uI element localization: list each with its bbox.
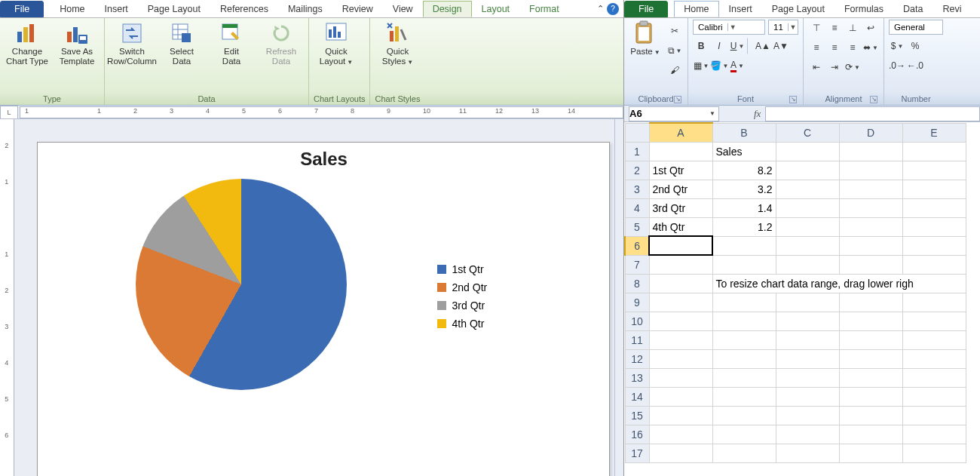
row-header[interactable]: 17 [625,444,649,462]
percent-format-button[interactable]: % [907,38,923,54]
cell[interactable] [649,425,712,444]
horizontal-ruler[interactable]: 11234567891011121314 [20,106,623,118]
row-header[interactable]: 12 [625,349,649,368]
tab-references[interactable]: References [210,1,278,17]
wrap-text-button[interactable]: ↩ [862,20,879,36]
cell[interactable] [902,406,966,425]
cell[interactable] [776,236,839,255]
cell[interactable] [776,387,839,406]
borders-button[interactable]: ▦▼ [693,57,709,74]
row-header[interactable]: 16 [625,425,649,444]
legend-item[interactable]: 2nd Qtr [437,281,488,293]
row-header[interactable]: 15 [625,406,649,425]
row-header[interactable]: 6 [625,236,649,255]
tab-home[interactable]: Home [50,1,94,17]
shrink-font-button[interactable]: A▼ [773,38,789,54]
cell[interactable] [712,312,776,330]
cell[interactable] [776,312,839,330]
tab-insert[interactable]: Insert [719,1,762,17]
cell[interactable] [839,161,902,180]
cell[interactable] [839,425,902,444]
cell[interactable] [649,293,712,312]
row-header[interactable]: 13 [625,368,649,387]
row-header[interactable]: 4 [625,198,649,217]
tab-design[interactable]: Design [423,1,472,17]
cell[interactable] [712,444,776,462]
cell[interactable] [712,236,776,255]
cell[interactable]: 8.2 [712,161,776,180]
fill-color-button[interactable]: 🪣▼ [711,57,727,74]
cell[interactable] [776,330,839,349]
cell[interactable] [902,198,966,217]
select-data-button[interactable]: Select Data [159,20,204,66]
merge-center-button[interactable]: ⬌▼ [862,39,879,56]
col-header-B[interactable]: B [712,123,776,142]
tab-data[interactable]: Data [893,1,933,17]
row-header[interactable]: 9 [625,293,649,312]
copy-button[interactable]: ⧉▼ [666,42,683,59]
cell[interactable] [776,349,839,368]
grow-font-button[interactable]: A▲ [755,38,771,54]
cell[interactable] [712,387,776,406]
cell[interactable]: 2nd Qtr [649,180,712,198]
cell[interactable] [649,312,712,330]
cell[interactable]: 1.4 [712,198,776,217]
cell[interactable] [839,217,902,236]
cell[interactable] [839,142,902,161]
cell[interactable] [649,387,712,406]
row-header[interactable]: 10 [625,312,649,330]
tab-insert[interactable]: Insert [95,1,138,17]
cell[interactable] [776,406,839,425]
cell[interactable] [776,444,839,462]
cell[interactable] [839,293,902,312]
italic-button[interactable]: I [711,38,727,54]
cell[interactable] [712,255,776,274]
formula-bar-input[interactable] [765,106,980,121]
cell[interactable] [902,217,966,236]
select-all-corner[interactable] [625,123,649,142]
cell[interactable] [776,255,839,274]
refresh-data-button[interactable]: Refresh Data [259,20,304,66]
tab-file[interactable]: File [0,1,44,17]
cell[interactable] [839,387,902,406]
vertical-scrollbar[interactable] [614,119,623,476]
row-header[interactable]: 14 [625,387,649,406]
cell[interactable] [649,349,712,368]
cell[interactable] [902,180,966,198]
align-bottom-button[interactable]: ⊥ [844,20,861,36]
decrease-decimal-button[interactable]: ←.0 [907,57,923,74]
cell[interactable]: To resize chart data range, drag lower r… [712,274,966,293]
tab-page-layout[interactable]: Page Layout [762,1,835,17]
cell[interactable]: 3rd Qtr [649,198,712,217]
tab-formulas[interactable]: Formulas [835,1,893,17]
align-top-button[interactable]: ⊤ [808,20,825,36]
pie-chart[interactable] [136,179,347,390]
cell[interactable] [776,368,839,387]
col-header-D[interactable]: D [839,123,902,142]
cell[interactable]: 1.2 [712,217,776,236]
cell[interactable] [902,330,966,349]
legend-item[interactable]: 1st Qtr [437,263,488,275]
cell[interactable] [712,293,776,312]
row-header[interactable]: 7 [625,255,649,274]
cell[interactable] [776,142,839,161]
cell[interactable] [839,444,902,462]
bold-button[interactable]: B [693,38,709,54]
cell[interactable] [839,349,902,368]
cell[interactable] [839,180,902,198]
col-header-E[interactable]: E [902,123,966,142]
font-color-button[interactable]: A▼ [729,57,746,74]
cell[interactable] [649,444,712,462]
cell-selected[interactable] [649,236,712,255]
cell[interactable] [902,255,966,274]
cell[interactable] [649,330,712,349]
tab-page-layout[interactable]: Page Layout [138,1,210,17]
align-center-button[interactable]: ≡ [826,39,843,56]
legend-item[interactable]: 4th Qtr [437,318,488,330]
cell[interactable]: 1st Qtr [649,161,712,180]
cell[interactable] [712,330,776,349]
increase-decimal-button[interactable]: .0→ [889,57,905,74]
decrease-indent-button[interactable]: ⇤ [808,59,825,75]
cell[interactable] [649,255,712,274]
chart-legend[interactable]: 1st Qtr 2nd Qtr 3rd Qtr 4th Qtr [437,173,488,390]
